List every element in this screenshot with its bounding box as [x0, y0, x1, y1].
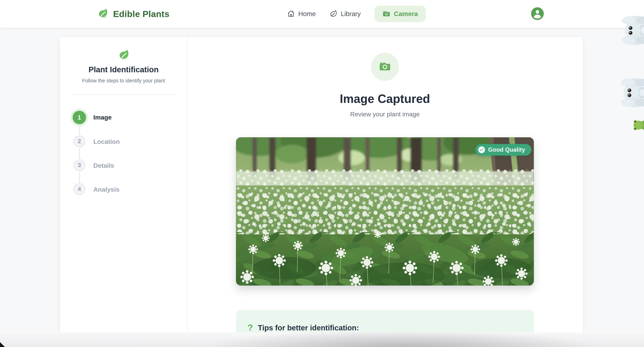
question-mark-icon: ? — [248, 323, 253, 332]
check-circle-icon — [478, 146, 485, 153]
step-label: Image — [93, 114, 112, 121]
nav-item-camera[interactable]: Camera — [374, 6, 426, 22]
camera-circle-badge — [371, 53, 399, 81]
home-icon — [287, 10, 295, 18]
step-connector — [79, 125, 80, 135]
nav-item-label: Home — [298, 10, 316, 18]
step-connector — [79, 172, 80, 182]
step-number-badge: 1 — [72, 111, 86, 124]
quality-badge: Good Quality — [475, 144, 532, 156]
koala-pet-sticker[interactable] — [620, 78, 644, 108]
content-card: Plant Identification Follow the steps to… — [60, 37, 583, 332]
sidebar-title: Plant Identification — [60, 65, 187, 74]
step-number-badge: 4 — [73, 183, 85, 195]
wizard-sidebar: Plant Identification Follow the steps to… — [60, 37, 188, 332]
top-navbar: Edible Plants Home Library — [0, 0, 644, 28]
user-avatar-button[interactable] — [531, 7, 544, 20]
sidebar-subtitle: Follow the steps to identify your plant — [60, 78, 187, 84]
tips-title: Tips for better identification: — [258, 324, 359, 332]
koala-pet-sticker[interactable] — [621, 16, 644, 46]
step-label: Location — [93, 138, 120, 145]
brand-title: Edible Plants — [113, 9, 170, 19]
main-panel: Image Captured Review your plant image — [187, 37, 583, 332]
sidebar-divider — [72, 94, 176, 95]
leaf-logo-icon — [97, 8, 109, 20]
camera-icon — [378, 60, 392, 74]
quality-badge-label: Good Quality — [488, 146, 525, 153]
brand-logo[interactable]: Edible Plants — [97, 0, 170, 28]
step-number-badge: 3 — [73, 159, 85, 171]
tips-box: ? Tips for better identification: — [236, 310, 534, 332]
nav-item-label: Camera — [394, 10, 418, 18]
frog-pet-sticker[interactable] — [631, 119, 644, 132]
step-connector — [79, 148, 80, 159]
nav-links: Home Library Camera — [287, 0, 426, 28]
window-bottom-shadow — [0, 332, 644, 347]
plant-photo — [236, 137, 534, 285]
nav-item-home[interactable]: Home — [287, 10, 316, 18]
step-number-badge: 2 — [73, 135, 85, 147]
leaf-outline-icon — [330, 10, 337, 18]
step-label: Analysis — [93, 186, 120, 193]
sidebar-leaf-icon — [118, 49, 130, 62]
nav-item-label: Library — [341, 10, 361, 18]
page-subtitle: Review your plant image — [187, 111, 583, 118]
camera-icon — [382, 10, 390, 18]
page-title: Image Captured — [187, 92, 583, 106]
nav-item-library[interactable]: Library — [330, 10, 361, 18]
person-icon — [531, 7, 544, 20]
step-label: Details — [93, 162, 114, 169]
